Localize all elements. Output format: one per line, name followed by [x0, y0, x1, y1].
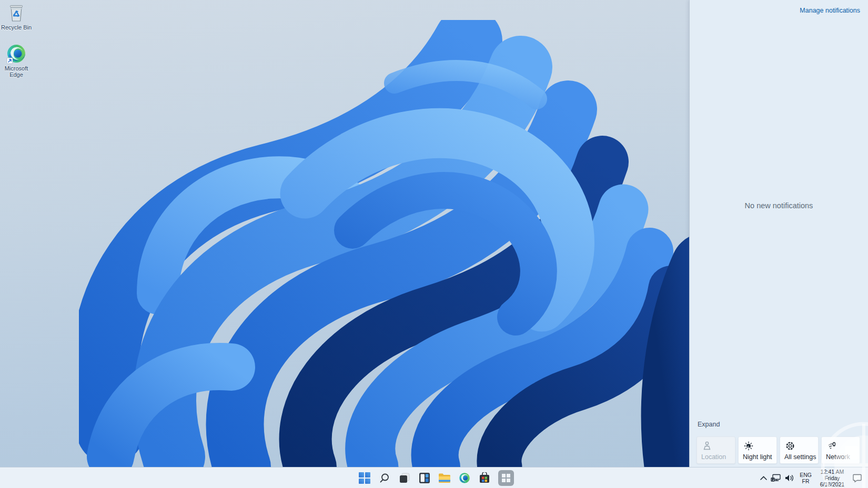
- night-light-icon: [743, 441, 754, 451]
- app-window-icon: [502, 474, 510, 482]
- desktop-icon-label: Recycle Bin: [1, 24, 32, 30]
- search-button[interactable]: [378, 472, 391, 484]
- settings-gear-icon: [785, 441, 795, 451]
- network-wifi-icon: [826, 441, 837, 451]
- network-tray-button[interactable]: [769, 474, 782, 482]
- desktop-icon-microsoft-edge[interactable]: Microsoft Edge: [1, 44, 32, 78]
- action-center-button[interactable]: [849, 473, 865, 483]
- manage-notifications-link[interactable]: Manage notifications: [800, 7, 860, 14]
- windows-bloom-wallpaper: [79, 20, 689, 467]
- task-view-icon: [399, 472, 410, 484]
- clock-date: 6/18/2021: [815, 481, 849, 487]
- quick-action-label: Location: [701, 453, 726, 461]
- running-app-button[interactable]: [498, 470, 514, 486]
- quick-action-label: Night light: [743, 453, 772, 461]
- speaker-icon: [784, 474, 794, 482]
- widgets-button[interactable]: [418, 472, 431, 484]
- shortcut-arrow-overlay: [7, 58, 13, 64]
- edge-logo-icon: [6, 44, 26, 64]
- file-explorer-button[interactable]: [438, 472, 451, 484]
- action-center-panel: Manage notifications No new notification…: [689, 0, 868, 467]
- desktop-icon-label: Microsoft Edge: [1, 65, 32, 78]
- quick-action-night-light[interactable]: Night light: [738, 436, 777, 464]
- edge-icon: [459, 472, 470, 484]
- action-center-icon: [852, 473, 862, 483]
- store-button[interactable]: [478, 472, 491, 484]
- hidden-icons-chevron[interactable]: [758, 476, 769, 480]
- ethernet-network-icon: [771, 474, 781, 482]
- system-tray: ENG FR 12:41 AM Friday 6/18/2021: [758, 467, 865, 488]
- microsoft-store-icon: [479, 472, 490, 484]
- language-secondary: FR: [800, 478, 812, 484]
- quick-action-label: Network: [826, 453, 850, 461]
- windows-start-icon: [359, 472, 370, 484]
- location-icon: [702, 441, 712, 451]
- clock[interactable]: 12:41 AM Friday 6/18/2021: [815, 469, 849, 487]
- edge-button[interactable]: [458, 472, 471, 484]
- recycle-bin-icon: [7, 3, 25, 23]
- start-button[interactable]: [358, 472, 371, 484]
- search-icon: [379, 473, 390, 483]
- clock-time: 12:41 AM: [815, 469, 849, 475]
- volume-tray-button[interactable]: [782, 474, 796, 482]
- language-primary: ENG: [800, 472, 812, 478]
- quick-action-all-settings[interactable]: All settings: [780, 436, 819, 464]
- no-notifications-message: No new notifications: [690, 201, 868, 210]
- language-indicator[interactable]: ENG FR: [800, 472, 812, 484]
- widgets-icon: [419, 472, 430, 484]
- expand-link[interactable]: Expand: [698, 421, 720, 428]
- taskbar-center-icons: [358, 467, 514, 488]
- task-view-button[interactable]: [398, 472, 411, 484]
- file-explorer-icon: [438, 472, 451, 484]
- desktop: Recycle Bin Microsoft Edge Manage: [0, 0, 868, 488]
- taskbar: ENG FR 12:41 AM Friday 6/18/2021: [0, 467, 868, 488]
- desktop-icon-recycle-bin[interactable]: Recycle Bin: [1, 3, 32, 30]
- quick-action-location[interactable]: Location: [697, 436, 735, 464]
- chevron-up-icon: [760, 476, 767, 480]
- quick-action-network[interactable]: Network: [821, 436, 860, 464]
- clock-day: Friday: [815, 475, 849, 481]
- quick-action-label: All settings: [784, 453, 816, 461]
